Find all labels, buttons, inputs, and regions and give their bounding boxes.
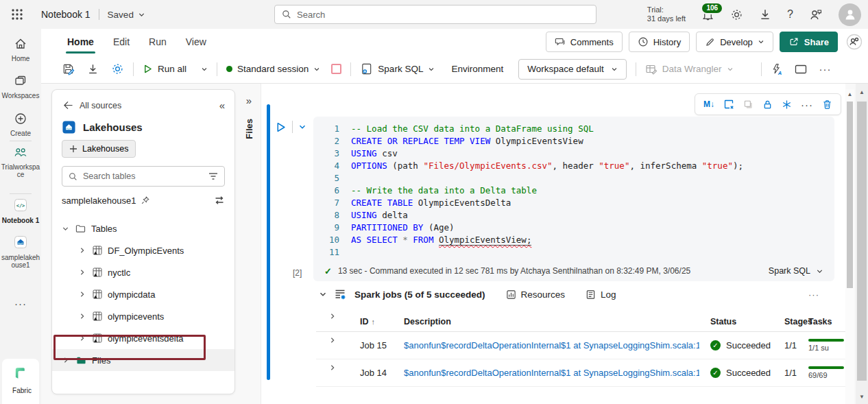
code-line[interactable]: 1 -- Load the CSV data into a DataFrame … xyxy=(313,123,834,135)
job-description-link[interactable]: $anonfun$recordDeltaOperationInternal$1 … xyxy=(404,340,699,350)
files-tab-vertical[interactable]: Files xyxy=(244,119,254,139)
app-launcher-icon[interactable] xyxy=(11,8,23,21)
back-arrow-icon[interactable] xyxy=(63,101,73,110)
tree-item-tables[interactable]: Tables xyxy=(52,217,234,239)
nav-notebook-1[interactable]: </> Notebook 1 xyxy=(0,198,41,224)
nav-workspace-trialworkspace[interactable]: Trialworkspace xyxy=(0,145,41,178)
manage-access-icon[interactable] xyxy=(846,34,863,50)
nav-home[interactable]: Home xyxy=(0,37,41,62)
code-line[interactable]: 5 xyxy=(313,172,834,185)
switch-lakehouse-icon[interactable] xyxy=(214,195,225,205)
code-line[interactable]: 8 USING delta xyxy=(313,209,834,222)
data-wrangler-button[interactable]: Data Wrangler xyxy=(645,63,734,75)
jobs-more-button[interactable]: ··· xyxy=(808,289,839,300)
code-text[interactable]: CREATE TABLE OlympicEventsDelta xyxy=(351,197,511,209)
code-text[interactable]: USING delta xyxy=(351,209,408,222)
convert-to-markdown-icon[interactable]: M↓ xyxy=(703,99,714,109)
column-description[interactable]: Description xyxy=(394,317,699,326)
workspace-default-dropdown[interactable]: Workspace default xyxy=(518,59,627,80)
copilot-lightning-icon[interactable]: A xyxy=(771,63,783,75)
tree-item-table[interactable]: olympicevents xyxy=(52,305,234,327)
comments-button[interactable]: Comments xyxy=(546,32,623,52)
code-line[interactable]: 7 CREATE TABLE OlympicEventsDelta xyxy=(313,197,834,209)
save-icon[interactable] xyxy=(62,62,75,75)
delete-cell-icon[interactable] xyxy=(822,99,832,110)
tree-item-table[interactable]: olympiceventsdelta xyxy=(52,327,234,349)
toolbar-more-button[interactable]: ··· xyxy=(819,63,832,75)
scrollbar-thumb[interactable] xyxy=(847,102,853,288)
copy-cell-icon[interactable] xyxy=(743,99,754,110)
chevron-right-icon[interactable] xyxy=(79,289,86,299)
chevron-right-icon[interactable] xyxy=(329,357,337,390)
tree-item-files[interactable]: Files xyxy=(52,349,234,371)
code-line[interactable]: 6 -- Write the data into a Delta table xyxy=(313,185,834,197)
column-status[interactable]: Status xyxy=(699,317,772,326)
code-line[interactable]: 10 AS SELECT * FROM OlympicEventsView; xyxy=(313,234,834,246)
feedback-icon[interactable] xyxy=(809,8,823,21)
tab-home[interactable]: Home xyxy=(58,29,104,55)
settings-gear-icon[interactable] xyxy=(730,8,743,21)
global-search-box[interactable] xyxy=(274,5,596,24)
export-download-icon[interactable] xyxy=(87,63,99,75)
run-options-chevron-icon[interactable] xyxy=(298,123,306,131)
scroll-up-icon[interactable]: ▲ xyxy=(856,89,868,95)
cell-language-selector[interactable]: Spark SQL xyxy=(769,266,823,276)
chevron-right-icon[interactable] xyxy=(79,246,86,255)
chevron-right-icon[interactable] xyxy=(79,268,86,277)
account-avatar[interactable] xyxy=(839,3,861,26)
nav-workspaces[interactable]: Workspaces xyxy=(0,74,41,99)
save-status-menu[interactable]: Saved xyxy=(108,10,145,20)
run-cell-icon[interactable] xyxy=(275,121,287,133)
nav-more-button[interactable]: ··· xyxy=(0,298,41,309)
nav-create[interactable]: Create xyxy=(0,112,41,137)
session-status-menu[interactable]: Standard session xyxy=(226,64,320,74)
add-lakehouse-button[interactable]: Lakehouses xyxy=(62,140,136,158)
focus-frame-icon[interactable] xyxy=(795,64,807,74)
log-tab[interactable]: Log xyxy=(586,289,616,300)
code-text[interactable]: CREATE OR REPLACE TEMP VIEW OlympicEvent… xyxy=(351,135,583,147)
clear-output-icon[interactable] xyxy=(723,99,734,110)
chevron-right-icon[interactable] xyxy=(79,311,86,321)
nav-samplelakehouse1[interactable]: samplelakehouse1 xyxy=(0,235,41,269)
chevron-right-icon[interactable] xyxy=(62,355,70,365)
column-id[interactable]: ID↑ xyxy=(349,317,394,326)
collapse-panel-icon[interactable]: « xyxy=(219,99,225,111)
freeze-cell-icon[interactable] xyxy=(782,99,792,110)
notebook-scrollbar[interactable]: ▲ xyxy=(845,89,854,404)
lock-cell-icon[interactable] xyxy=(762,99,773,110)
filter-icon[interactable] xyxy=(208,172,218,180)
code-text[interactable]: OPTIONS (path "Files/OlympicEvents.csv",… xyxy=(351,160,743,172)
tab-view[interactable]: View xyxy=(176,29,216,55)
code-text[interactable]: -- Load the CSV data into a DataFrame us… xyxy=(351,123,594,135)
code-cell[interactable]: 1 -- Load the CSV data into a DataFrame … xyxy=(313,117,834,281)
run-all-button[interactable]: Run all xyxy=(143,64,208,74)
stop-session-icon[interactable] xyxy=(331,64,341,74)
code-lines[interactable]: 1 -- Load the CSV data into a DataFrame … xyxy=(313,117,834,259)
code-line[interactable]: 2 CREATE OR REPLACE TEMP VIEW OlympicEve… xyxy=(313,135,834,147)
search-tables-box[interactable] xyxy=(62,166,225,187)
develop-dropdown[interactable]: Develop xyxy=(696,32,773,52)
spark-jobs-title[interactable]: Spark jobs (5 of 5 succeeded) xyxy=(354,289,485,300)
job-description-link[interactable]: $anonfun$recordDeltaOperationInternal$1 … xyxy=(404,368,699,378)
chevron-down-icon[interactable] xyxy=(60,225,70,233)
scroll-up-icon[interactable]: ▲ xyxy=(845,91,854,97)
code-text[interactable]: -- Write the data into a Delta table xyxy=(351,185,537,197)
share-button[interactable]: Share xyxy=(780,32,838,52)
code-line[interactable]: 11 xyxy=(313,246,834,259)
search-tables-input[interactable] xyxy=(83,171,203,181)
chevron-down-icon[interactable] xyxy=(201,66,208,73)
scroll-down-icon[interactable]: ▼ xyxy=(856,394,868,400)
chevron-right-icon[interactable] xyxy=(79,333,86,343)
notebook-settings-icon[interactable] xyxy=(111,62,124,75)
tree-item-table[interactable]: nyctlc xyxy=(52,261,234,283)
collapse-jobs-chevron-icon[interactable] xyxy=(319,290,327,298)
scrollbar-thumb[interactable] xyxy=(857,102,867,381)
resources-tab[interactable]: Resources xyxy=(506,289,566,300)
help-icon[interactable]: ? xyxy=(787,9,793,20)
column-stages[interactable]: Stages xyxy=(772,317,798,326)
cell-more-button[interactable]: ··· xyxy=(801,99,813,110)
expand-panel-icon[interactable]: » xyxy=(237,95,261,106)
nav-fabric-home[interactable]: Fabric xyxy=(2,359,39,404)
code-text[interactable]: PARTITIONED BY (Age) xyxy=(351,222,455,234)
pin-icon[interactable] xyxy=(141,195,150,205)
